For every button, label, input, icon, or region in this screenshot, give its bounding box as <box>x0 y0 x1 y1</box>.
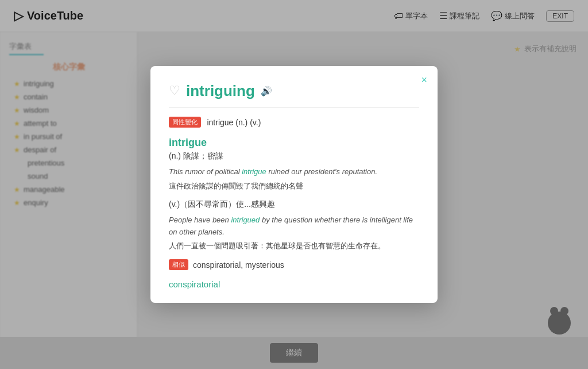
synonym-text: intrigue (n.) (v.) <box>207 118 261 127</box>
modal-divider <box>169 107 419 107</box>
example-en-1: This rumor of political intrigue ruined … <box>169 166 419 178</box>
word-section: intrigue (n.) 陰謀；密謀 This rumor of politi… <box>169 137 419 252</box>
example-en-1-after: ruined our president's reputation. <box>266 167 377 176</box>
synonym-change-label: 同性變化 <box>169 117 201 128</box>
example-zh-2: 人們一直被一個問題吸引著：其他星球是否也有智慧的生命存在。 <box>169 240 419 252</box>
word-entry: intrigue <box>169 137 419 149</box>
example-en-2-before: People have been <box>169 216 231 224</box>
dictionary-modal: × ♡ intriguing 🔊 同性變化 intrigue (n.) (v.)… <box>150 66 438 303</box>
pos-def-noun: (n.) 陰謀；密謀 <box>169 151 419 162</box>
heart-icon[interactable]: ♡ <box>169 83 180 98</box>
similar-row: 相似 conspiratorial, mysterious <box>169 259 419 270</box>
example-en-1-highlight: intrigue <box>242 167 266 176</box>
pos-def-verb: (v.)（因不尋常而）使...感興趣 <box>169 199 419 210</box>
example-zh-1: 這件政治陰謀的傳聞毀了我們總統的名聲 <box>169 180 419 193</box>
modal-word: intriguing <box>186 82 255 100</box>
similar-text: conspiratorial, mysterious <box>193 260 284 270</box>
modal-header: ♡ intriguing 🔊 <box>169 82 419 100</box>
synonym-change-row: 同性變化 intrigue (n.) (v.) <box>169 117 419 128</box>
example-en-1-before: This rumor of political <box>169 167 242 176</box>
example-en-2: People have been intrigued by the questi… <box>169 214 419 239</box>
speaker-icon[interactable]: 🔊 <box>261 86 272 97</box>
modal-close-button[interactable]: × <box>421 74 427 86</box>
example-en-2-highlight: intrigued <box>231 216 260 224</box>
modal-overlay: × ♡ intriguing 🔊 同性變化 intrigue (n.) (v.)… <box>0 0 588 369</box>
related-word[interactable]: conspiratorial <box>169 279 419 289</box>
similar-label: 相似 <box>169 259 188 270</box>
